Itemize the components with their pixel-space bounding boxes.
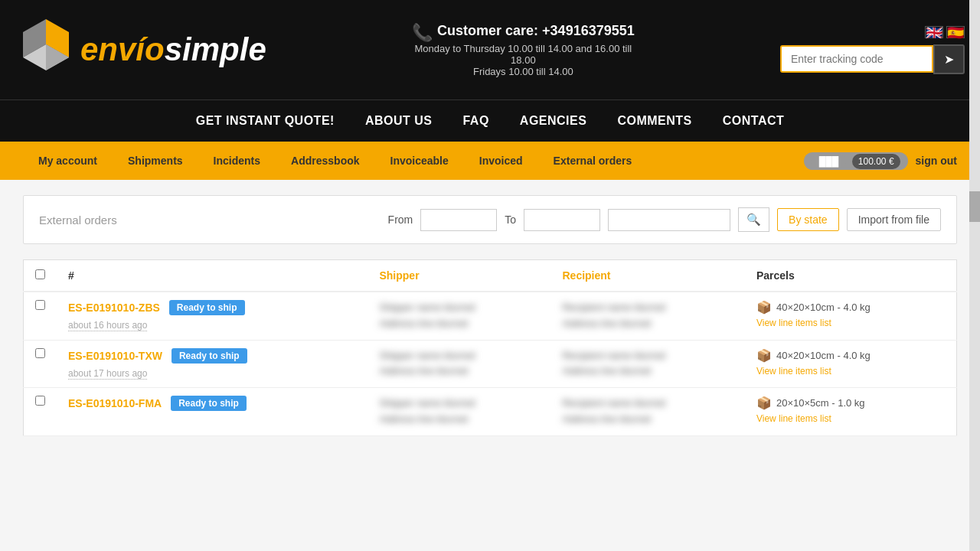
nav-item-comments[interactable]: COMMENTS: [617, 110, 691, 132]
order-id-1[interactable]: ES-E0191010-TXW: [68, 350, 162, 362]
hours-line1: Monday to Thursday 10.00 till 14.00 and …: [412, 43, 635, 54]
view-line-items-2[interactable]: View line items list: [756, 413, 945, 424]
search-button[interactable]: 🔍: [738, 207, 769, 232]
balance-box: ███ 100.00 €: [804, 152, 908, 170]
table-row: ES-E0191010-ZBS Ready to ship about 16 h…: [24, 292, 957, 340]
yellow-nav-invoiceable[interactable]: Invoiceable: [375, 142, 464, 180]
main-content: External orders From To 🔍 By state Impor…: [0, 180, 980, 452]
phone-icon: 📞: [412, 23, 433, 43]
customer-care-text: Customer care: +34916379551: [437, 23, 635, 39]
table-row: ES-E0191010-FMA Ready to ship Shipper na…: [24, 388, 957, 436]
tracking-row: ➤: [780, 44, 965, 74]
shipper-cell-2: Shipper name blurred Address line blurre…: [368, 388, 550, 436]
from-input[interactable]: [420, 209, 497, 231]
parcels-cell-1: 📦 40×20×10cm - 4.0 kg View line items li…: [745, 340, 957, 388]
status-badge-1: Ready to ship: [172, 348, 247, 364]
yellow-nav-addressbook[interactable]: Addressbook: [276, 142, 374, 180]
header-right: 🇬🇧 🇪🇸 ➤: [780, 26, 965, 74]
yellow-nav-external-orders[interactable]: External orders: [538, 142, 648, 180]
col-header-shipper: Shipper: [368, 260, 550, 292]
hours-line3: Fridays 10.00 till 14.00: [412, 66, 635, 77]
order-id-cell-0: ES-E0191010-ZBS Ready to ship about 16 h…: [57, 292, 368, 340]
view-line-items-1[interactable]: View line items list: [756, 366, 945, 377]
status-badge-2: Ready to ship: [171, 396, 247, 411]
order-id-cell-2: ES-E0191010-FMA Ready to ship: [57, 388, 368, 436]
parcel-dims-0: 40×20×10cm - 4.0 kg: [776, 302, 871, 313]
logo-text: envíosimple: [80, 31, 266, 68]
tracking-input[interactable]: [780, 45, 933, 73]
balance-placeholder: ███: [812, 154, 847, 169]
table-row: ES-E0191010-TXW Ready to ship about 17 h…: [24, 340, 957, 388]
search-text-input[interactable]: [608, 209, 730, 231]
row-checkbox-2[interactable]: [35, 396, 45, 406]
tracking-submit-button[interactable]: ➤: [933, 44, 965, 74]
flag-es[interactable]: 🇪🇸: [946, 26, 965, 38]
recipient-cell-1: Recipient name blurred Address line blur…: [550, 340, 744, 388]
yellow-nav-shipments[interactable]: Shipments: [113, 142, 198, 180]
hours-line2: 18.00: [412, 54, 635, 66]
by-state-dropdown[interactable]: By state: [777, 208, 839, 231]
select-all-checkbox[interactable]: [35, 269, 45, 279]
time-ago-0: about 16 hours ago: [68, 320, 147, 331]
balance-amount: 100.00 €: [852, 154, 900, 169]
to-label: To: [505, 214, 516, 226]
nav-item-about-us[interactable]: ABOUT US: [365, 110, 433, 132]
status-badge-0: Ready to ship: [169, 300, 245, 315]
nav-item-get-instant-quote[interactable]: GET INSTANT QUOTE!: [196, 110, 335, 132]
main-nav: GET INSTANT QUOTE! ABOUT US FAQ AGENCIES…: [0, 99, 980, 142]
parcel-icon-0: 📦: [756, 300, 772, 315]
parcels-cell-2: 📦 20×10×5cm - 1.0 kg View line items lis…: [745, 388, 957, 436]
yellow-nav-incidents[interactable]: Incidents: [198, 142, 276, 180]
shipper-cell-0: Shipper name blurred Address line blurre…: [368, 292, 550, 340]
filter-bar-title: External orders: [39, 214, 381, 227]
shipper-blurred-0: Shipper name blurred Address line blurre…: [379, 300, 539, 332]
recipient-cell-0: Recipient name blurred Address line blur…: [550, 292, 744, 340]
shipper-blurred-1: Shipper name blurred Address line blurre…: [379, 348, 539, 380]
sign-out-link[interactable]: sign out: [916, 155, 957, 167]
header: envíosimple 📞 Customer care: +3491637955…: [0, 0, 980, 99]
yellow-nav-bar: My account Shipments Incidents Addressbo…: [0, 142, 980, 180]
nav-item-agencies[interactable]: AGENCIES: [520, 110, 587, 132]
from-label: From: [388, 214, 413, 226]
logo: envíosimple: [15, 15, 266, 84]
flag-row: 🇬🇧 🇪🇸: [925, 26, 965, 38]
shipper-cell-1: Shipper name blurred Address line blurre…: [368, 340, 550, 388]
nav-item-contact[interactable]: CONTACT: [723, 110, 785, 132]
to-input[interactable]: [524, 209, 600, 231]
parcel-icon-1: 📦: [756, 348, 772, 363]
nav-item-faq[interactable]: FAQ: [462, 110, 488, 132]
view-line-items-0[interactable]: View line items list: [756, 318, 945, 328]
recipient-blurred-1: Recipient name blurred Address line blur…: [562, 348, 733, 380]
yellow-right: ███ 100.00 € sign out: [804, 152, 957, 170]
order-id-2[interactable]: ES-E0191010-FMA: [68, 397, 162, 409]
orders-table: # Shipper Recipient Parcels ES-E0191010-…: [23, 259, 957, 436]
col-header-parcels: Parcels: [745, 260, 957, 292]
flag-uk[interactable]: 🇬🇧: [925, 26, 943, 38]
order-id-cell-1: ES-E0191010-TXW Ready to ship about 17 h…: [57, 340, 368, 388]
import-from-file-button[interactable]: Import from file: [847, 208, 941, 231]
row-checkbox-1[interactable]: [35, 348, 45, 358]
scrollbar-thumb[interactable]: [969, 191, 980, 222]
parcels-cell-0: 📦 40×20×10cm - 4.0 kg View line items li…: [745, 292, 957, 340]
recipient-blurred-2: Recipient name blurred Address line blur…: [562, 396, 733, 428]
order-id-0[interactable]: ES-E0191010-ZBS: [68, 302, 160, 314]
col-header-id: #: [57, 260, 368, 292]
col-header-recipient: Recipient: [550, 260, 744, 292]
time-ago-1: about 17 hours ago: [68, 368, 147, 380]
parcel-dims-1: 40×20×10cm - 4.0 kg: [776, 350, 871, 361]
customer-care: 📞 Customer care: +34916379551 Monday to …: [412, 23, 635, 77]
parcel-icon-2: 📦: [756, 396, 772, 410]
row-checkbox-0[interactable]: [35, 300, 45, 310]
yellow-nav-invoiced[interactable]: Invoiced: [464, 142, 538, 180]
yellow-nav-my-account[interactable]: My account: [23, 142, 113, 180]
filter-bar: External orders From To 🔍 By state Impor…: [23, 195, 957, 244]
recipient-cell-2: Recipient name blurred Address line blur…: [550, 388, 744, 436]
shipper-blurred-2: Shipper name blurred Address line blurre…: [379, 396, 539, 428]
recipient-blurred-0: Recipient name blurred Address line blur…: [562, 300, 733, 332]
parcel-dims-2: 20×10×5cm - 1.0 kg: [776, 397, 865, 409]
scrollbar-track[interactable]: [969, 0, 980, 452]
